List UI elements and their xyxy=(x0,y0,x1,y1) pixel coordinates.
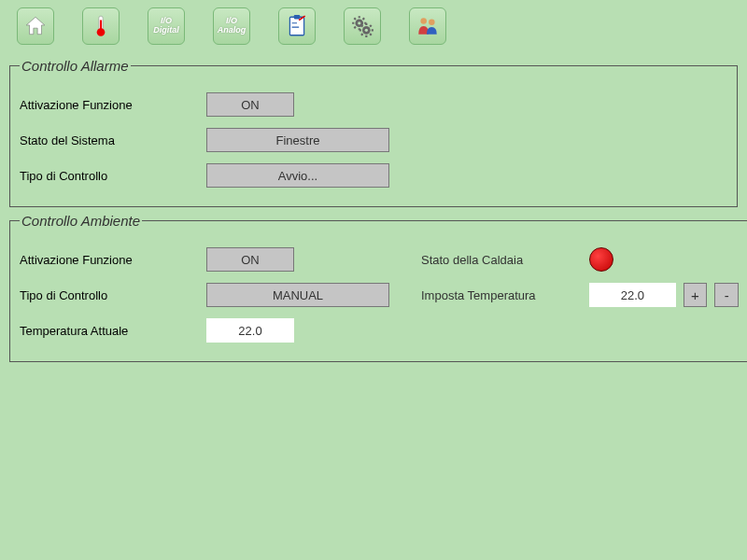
allarme-tipo-button[interactable]: Avvio... xyxy=(206,163,389,188)
ambiente-tipo-label: Tipo di Controllo xyxy=(20,288,206,302)
io-digital-icon: I/O Digital xyxy=(153,17,179,35)
clipboard-button[interactable] xyxy=(278,7,316,45)
ambiente-legend: Controllo Ambiente xyxy=(20,213,142,229)
ambiente-attivazione-button[interactable]: ON xyxy=(206,247,294,272)
allarme-attivazione-label: Attivazione Funzione xyxy=(20,98,206,112)
settings-button[interactable] xyxy=(344,7,381,45)
svg-point-9 xyxy=(420,18,427,23)
imposta-temp-label: Imposta Temperatura xyxy=(421,288,589,302)
allarme-legend: Controllo Allarme xyxy=(20,58,131,74)
home-button[interactable] xyxy=(17,7,54,45)
controllo-allarme-panel: Controllo Allarme Attivazione Funzione O… xyxy=(9,58,738,207)
clipboard-icon xyxy=(285,14,309,38)
temp-attuale-label: Temperatura Attuale xyxy=(20,324,206,338)
svg-rect-4 xyxy=(294,15,301,19)
thermometer-icon xyxy=(89,14,113,38)
allarme-attivazione-button[interactable]: ON xyxy=(206,92,294,117)
toolbar: I/O Digital I/O Analog xyxy=(0,0,747,52)
home-icon xyxy=(23,14,48,38)
allarme-stato-label: Stato del Sistema xyxy=(20,133,206,147)
gears-icon xyxy=(350,14,374,38)
temp-minus-button[interactable]: - xyxy=(714,283,739,307)
stato-caldaia-indicator xyxy=(589,247,613,272)
io-analog-icon: I/O Analog xyxy=(218,17,247,35)
users-icon xyxy=(416,14,440,38)
imposta-temp-value: 22.0 xyxy=(589,283,676,307)
svg-point-6 xyxy=(358,21,360,24)
allarme-stato-button[interactable]: Finestre xyxy=(206,128,389,152)
temp-plus-button[interactable]: + xyxy=(684,283,708,307)
ambiente-attivazione-label: Attivazione Funzione xyxy=(20,253,206,267)
svg-point-10 xyxy=(429,19,435,25)
svg-rect-3 xyxy=(289,17,303,35)
io-digital-button[interactable]: I/O Digital xyxy=(148,7,185,45)
temp-attuale-value: 22.0 xyxy=(206,318,294,343)
allarme-tipo-label: Tipo di Controllo xyxy=(20,169,206,183)
svg-point-8 xyxy=(365,29,368,32)
ambiente-tipo-button[interactable]: MANUAL xyxy=(206,283,389,307)
temperature-button[interactable] xyxy=(82,7,120,45)
io-analog-button[interactable]: I/O Analog xyxy=(213,7,250,45)
controllo-ambiente-panel: Controllo Ambiente Attivazione Funzione … xyxy=(9,213,747,362)
stato-caldaia-label: Stato della Caldaia xyxy=(421,253,589,267)
users-button[interactable] xyxy=(409,7,446,45)
svg-rect-2 xyxy=(100,21,102,33)
